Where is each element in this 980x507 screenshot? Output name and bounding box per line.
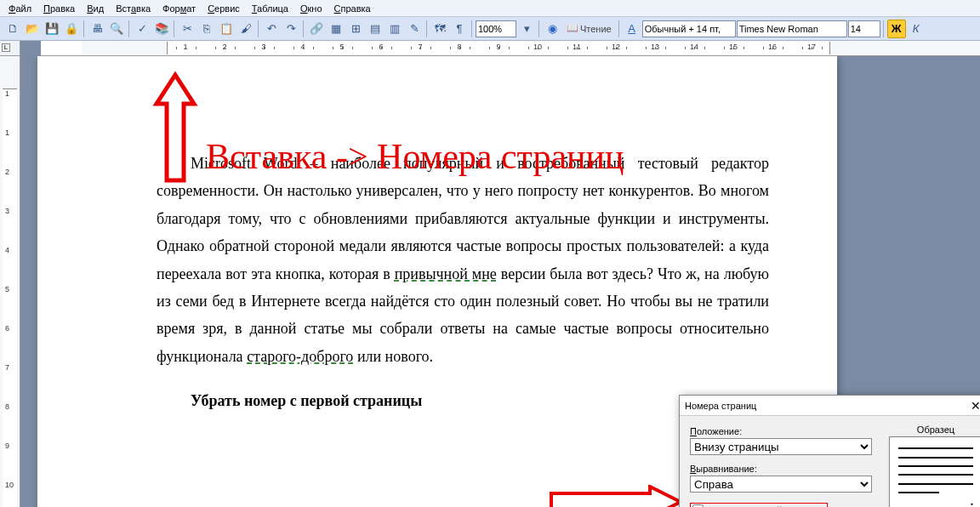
open-icon[interactable]: 📂	[23, 20, 42, 38]
copy-icon[interactable]: ⎘	[197, 20, 216, 38]
help-icon[interactable]: ◉	[543, 20, 561, 38]
italic-button[interactable]: К	[907, 20, 926, 38]
columns-icon[interactable]: ▥	[385, 20, 404, 38]
hyperlink-icon[interactable]: 🔗	[307, 20, 326, 38]
style-combo[interactable]	[642, 20, 736, 37]
insert-table-icon[interactable]: ⊞	[346, 20, 365, 38]
font-combo[interactable]	[737, 20, 847, 37]
ruler-vertical[interactable]: 112345678910	[0, 56, 20, 507]
sample-label: Образец	[889, 424, 980, 435]
annotation-arrow-right	[548, 485, 684, 507]
drawing-icon[interactable]: ✎	[405, 20, 424, 38]
cut-icon[interactable]: ✂	[178, 20, 197, 38]
position-select[interactable]: Внизу страницы	[690, 438, 872, 455]
body-text: или нового.	[353, 348, 433, 365]
bold-button[interactable]: Ж	[887, 20, 906, 38]
permission-icon[interactable]: 🔒	[62, 20, 81, 38]
sample-preview: ▪	[889, 436, 980, 507]
excel-icon[interactable]: ▤	[366, 20, 385, 38]
annotation-arrow-up	[151, 70, 199, 189]
size-combo[interactable]	[848, 20, 880, 37]
dialog-title: Номера страниц	[685, 401, 756, 411]
tab-selector[interactable]: L	[2, 43, 10, 52]
menu-service[interactable]: Сервис	[202, 2, 245, 15]
zoom-drop-icon[interactable]: ▾	[517, 20, 536, 38]
toolbar: 🗋 📂 💾 🔒 🖶 🔍 ✓ 📚 ✂ ⎘ 📋 🖌 ↶ ↷ 🔗 ▦ ⊞ ▤ ▥ ✎ …	[0, 17, 980, 41]
alignment-label: Выравнивание:	[690, 464, 872, 474]
menu-edit[interactable]: Правка	[38, 2, 80, 15]
menu-view[interactable]: Вид	[82, 2, 109, 15]
docmap-icon[interactable]: 🗺	[430, 20, 449, 38]
zoom-combo[interactable]	[476, 20, 516, 37]
styles-icon[interactable]: A	[623, 20, 641, 38]
menu-bar: Файл Правка Вид Вставка Формат Сервис Та…	[0, 0, 980, 17]
read-mode-button[interactable]: 📖 Чтение	[562, 20, 616, 38]
preview-icon[interactable]: 🔍	[107, 20, 126, 38]
menu-help[interactable]: Справка	[329, 2, 376, 15]
wavy-text-2: старого-доброго	[247, 348, 353, 365]
menu-window[interactable]: Окно	[295, 2, 328, 15]
first-page-check-row[interactable]: Номер на первой странице	[690, 503, 828, 507]
spell-icon[interactable]: ✓	[133, 20, 151, 38]
position-label: Положение:	[690, 426, 872, 436]
document-canvas: Microsoft Word – наиболее популярный и в…	[20, 56, 980, 507]
menu-insert[interactable]: Вставка	[111, 2, 156, 15]
show-marks-icon[interactable]: ¶	[450, 20, 469, 38]
close-icon[interactable]: ✕	[964, 398, 980, 413]
subheading: Убрать номер с первой страницы	[157, 387, 769, 414]
save-icon[interactable]: 💾	[43, 20, 61, 38]
annotation-title: Вставка -> Номера страниц	[206, 136, 624, 177]
undo-icon[interactable]: ↶	[262, 20, 281, 38]
ruler-horizontal[interactable]: 1234567891011121314151617	[41, 41, 980, 56]
wavy-text-1: привычной мне	[395, 265, 497, 282]
print-icon[interactable]: 🖶	[88, 20, 106, 38]
menu-format[interactable]: Формат	[157, 2, 201, 15]
research-icon[interactable]: 📚	[152, 20, 171, 38]
alignment-select[interactable]: Справа	[690, 476, 872, 493]
menu-table[interactable]: Таблица	[247, 2, 293, 15]
format-painter-icon[interactable]: 🖌	[236, 20, 255, 38]
tables-borders-icon[interactable]: ▦	[327, 20, 345, 38]
redo-icon[interactable]: ↷	[282, 20, 300, 38]
page-numbers-dialog: Номера страниц ✕ Положение: Внизу страни…	[679, 395, 980, 507]
read-label: Чтение	[580, 24, 612, 34]
menu-file[interactable]: Файл	[3, 2, 37, 15]
paste-icon[interactable]: 📋	[217, 20, 236, 38]
new-doc-icon[interactable]: 🗋	[3, 20, 22, 38]
